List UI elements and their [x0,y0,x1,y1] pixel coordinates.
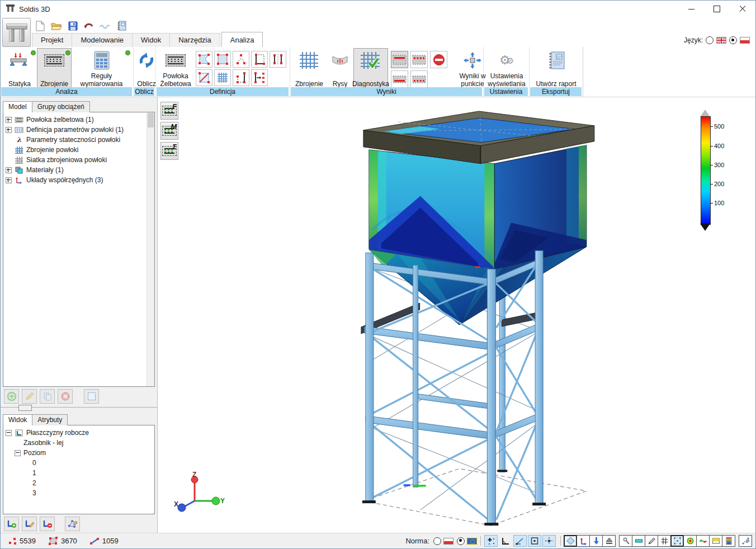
moments-toggle-button[interactable]: M [160,122,178,140]
tree-item-plaszczyzny-robocze[interactable]: Płaszczyzny robocze [6,428,153,438]
result-top-line-button[interactable] [391,51,408,68]
tree-item-materialy[interactable]: Materiały (1) [6,165,153,175]
arc-points-button[interactable] [233,51,249,68]
tab-atrybuty[interactable]: Atrybuty [32,414,68,425]
copy-button[interactable] [40,389,55,404]
corner-points-button[interactable] [233,69,249,86]
reguly-wymiarowania-button[interactable]: Reguły wymiarowania [72,48,131,89]
collapse-icon[interactable] [15,450,21,456]
project-down-button[interactable] [589,535,603,547]
expand-icon[interactable] [6,167,12,173]
tree-item-poziom-0[interactable]: 0 [6,458,153,468]
tree-item-poziom[interactable]: Poziom [6,448,153,458]
workplane-sketch-button[interactable] [65,517,80,531]
tree-item-siatka-zbrojeniowa[interactable]: Siatka zbrojeniowa powłoki [6,155,153,165]
expand-icon[interactable] [6,177,12,183]
tree-item-poziom-2[interactable]: 2 [6,478,153,488]
axes-toggle-button[interactable] [577,535,590,547]
maximize-button[interactable] [704,1,730,17]
result-top-dotted-button[interactable] [410,51,428,68]
application-menu-button[interactable] [2,18,31,47]
tree-item-definicja-parametrow[interactable]: Definicja parametrów powłoki (1) [6,125,153,135]
tab-grupy-obciazen[interactable]: Grupy obciążeń [32,101,90,112]
tab-analiza[interactable]: Analiza [221,32,263,47]
tree-item-poziom-1[interactable]: 1 [6,468,153,478]
workplane-edit-button[interactable] [22,517,37,531]
tab-widok-panel[interactable]: Widok [3,414,32,425]
redo-button[interactable] [99,20,111,32]
tree-item-poziom-3[interactable]: 3 [6,488,153,498]
close-button[interactable] [730,1,755,17]
tab-widok[interactable]: Widok [132,33,170,47]
add-button[interactable] [4,389,19,404]
result-bottom-line-button[interactable] [391,70,408,88]
contours-toggle-button[interactable] [683,535,697,547]
open-file-button[interactable] [50,20,63,32]
save-button[interactable] [67,20,79,32]
language-polish-radio[interactable] [729,36,737,44]
wyniki-zbrojenie-button[interactable]: Zbrojenie [292,48,327,89]
delete-button[interactable] [58,389,73,404]
new-file-button[interactable] [34,20,46,32]
snap-points-button[interactable] [484,535,498,547]
snap-angle-button[interactable] [499,535,512,547]
powloka-zelbetowa-button[interactable]: Powłoka Żelbetowa [158,48,193,89]
scrollbar-thumb[interactable] [148,113,154,127]
result-none-button[interactable] [430,51,447,68]
splitter-grip-icon[interactable] [18,405,32,411]
mesh-grid-button[interactable] [214,69,231,86]
sketch-toggle-button[interactable] [739,535,752,547]
elevation-button[interactable] [602,535,616,547]
draw-toggle-button[interactable] [645,535,658,547]
tree-item-zasobnik-lej[interactable]: Zasobnik - lej [6,438,153,448]
utworz-raport-button[interactable]: Utwórz raport [531,48,581,89]
report-button[interactable] [115,20,127,32]
expand-icon[interactable] [6,127,12,133]
panel-splitter[interactable] [1,407,157,414]
select-region-button[interactable] [84,389,99,404]
norma-eu-radio[interactable] [457,537,465,545]
statyka-button[interactable]: Statyka [2,48,37,89]
snap-node-button[interactable] [542,535,556,547]
oblicz-button[interactable]: Oblicz [135,48,158,89]
tab-narzedzia[interactable]: Narzędzia [169,33,220,47]
snap-intersection-button[interactable] [513,535,527,547]
language-english-radio[interactable] [706,36,714,44]
sum-toggle-button[interactable]: Σ [160,142,178,160]
norma-pl-radio[interactable] [433,537,441,545]
undo-button[interactable] [83,20,95,32]
diagrams-toggle-button[interactable] [696,535,710,547]
workplane-remove-button[interactable] [40,517,55,531]
tab-projekt[interactable]: Projekt [32,33,72,47]
result-bottom-dotted-button[interactable] [410,70,428,88]
beams-toggle-button[interactable] [632,535,645,547]
fill-toggle-button[interactable] [709,535,722,547]
collapse-icon[interactable] [6,430,12,436]
snap-center-button[interactable] [528,535,541,547]
rysy-button[interactable]: Rysy [327,48,353,89]
tab-modelowanie[interactable]: Modelowanie [72,33,133,47]
polygon-contour-button[interactable] [196,51,212,68]
forces-toggle-button[interactable]: F [160,102,178,120]
expand-icon[interactable] [6,117,12,123]
grid-toggle-button[interactable] [658,535,671,547]
tree-item-uklady-wspolrzednych[interactable]: Układy współrzędnych (3) [6,175,153,185]
diagonal-rectangle-button[interactable] [196,69,212,86]
mesh-toggle-button[interactable] [670,535,684,547]
tree-scrollbar[interactable] [147,112,154,386]
tree-item-powloka-zelbetowa[interactable]: Powłoka żelbetowa (1) [6,115,153,125]
rectangle-contour-button[interactable] [214,51,231,68]
minimize-button[interactable] [678,1,704,17]
ustawienia-wyswietlania-button[interactable]: ⚙⚙ Ustawienia wyświetlania [485,48,528,89]
zbrojenie-button[interactable]: Zbrojenie [37,48,72,89]
edge-points-button[interactable] [251,51,268,68]
bars-spacing-button[interactable] [270,51,286,68]
viewport-3d[interactable]: F M Σ [157,97,755,533]
diagnostyka-button[interactable]: Diagnostyka [353,48,388,89]
distribute-points-button[interactable] [251,69,268,86]
isometric-view-button[interactable] [564,535,577,547]
colormap-toggle-button[interactable] [722,535,735,547]
tab-model[interactable]: Model [3,101,32,112]
supports-toggle-button[interactable] [619,535,632,547]
tree-item-parametry-statecznosci[interactable]: λ Parametry stateczności powłoki [6,135,153,145]
